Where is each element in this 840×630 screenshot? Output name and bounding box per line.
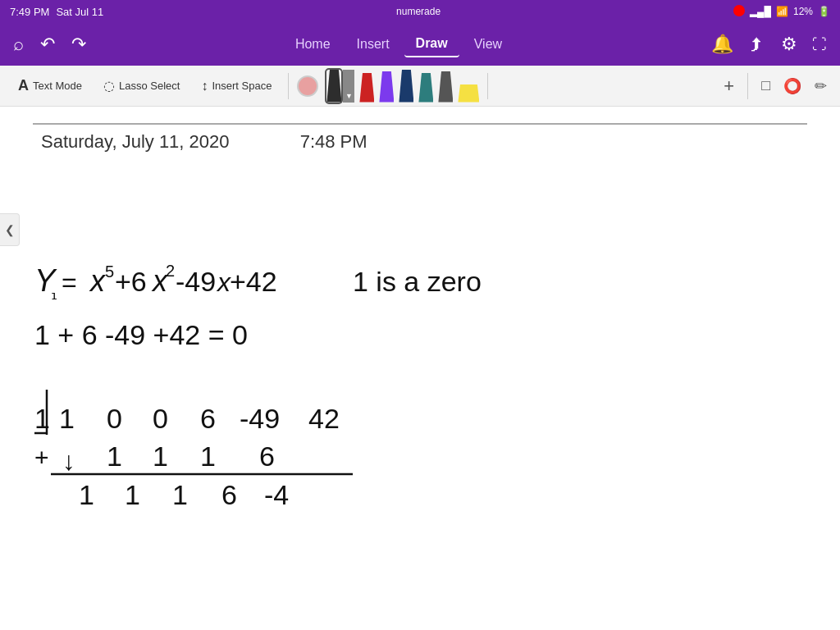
yellow-highlighter-button[interactable] bbox=[458, 84, 479, 103]
dark-blue-pen-button[interactable] bbox=[399, 70, 413, 103]
red-pen-button[interactable] bbox=[359, 73, 374, 103]
selection-button[interactable]: ⭕ bbox=[780, 74, 805, 98]
svg-text:1: 1 bbox=[153, 441, 168, 472]
bell-icon[interactable]: 🔔 bbox=[711, 34, 733, 55]
pen-dropdown-button[interactable]: ▼ bbox=[343, 70, 354, 103]
svg-text:1: 1 bbox=[79, 479, 94, 510]
settings-icon[interactable]: ⚙ bbox=[781, 34, 797, 55]
status-bar: 7:49 PM Sat Jul 11 numerade ▂▄█ 📶 12% 🔋 bbox=[0, 0, 840, 23]
lasso-select-button[interactable]: ◌ Lasso Select bbox=[95, 75, 188, 97]
svg-text:6: 6 bbox=[221, 479, 237, 510]
date-display: Sat Jul 11 bbox=[56, 6, 103, 18]
lasso-label: Lasso Select bbox=[119, 80, 180, 92]
handwriting-canvas: Y ₁ = x 5 +6 x 2 -49 x +42 1 is a zero 1… bbox=[0, 107, 840, 630]
toolbar-separator-3 bbox=[747, 73, 748, 99]
svg-text:42: 42 bbox=[308, 403, 340, 434]
svg-text:+42: +42 bbox=[230, 266, 277, 297]
sidebar-toggle[interactable]: ❮ bbox=[0, 213, 20, 246]
share-icon[interactable]: ⮭ bbox=[748, 34, 766, 55]
svg-text:1: 1 bbox=[125, 479, 140, 510]
battery-display: 12% bbox=[793, 6, 813, 17]
insert-space-button[interactable]: ↕ Insert Space bbox=[193, 75, 280, 97]
insert-space-label: Insert Space bbox=[212, 80, 272, 92]
undo-icon[interactable]: ↶ bbox=[40, 34, 55, 55]
svg-text:1: 1 bbox=[34, 403, 50, 434]
svg-text:6: 6 bbox=[200, 403, 216, 434]
black-pen-button[interactable] bbox=[326, 70, 341, 103]
svg-text:1: 1 bbox=[59, 403, 75, 434]
toolbar: A Text Mode ◌ Lasso Select ↕ Insert Spac… bbox=[0, 66, 840, 107]
time-display: 7:49 PM bbox=[10, 6, 49, 18]
text-mode-icon: A bbox=[18, 77, 29, 94]
eraser-button[interactable]: ✏ bbox=[811, 74, 830, 98]
purple-pen-button[interactable] bbox=[379, 71, 394, 103]
svg-text:1 + 6  -49  +42 = 0: 1 + 6 -49 +42 = 0 bbox=[34, 319, 248, 350]
svg-text:-49: -49 bbox=[176, 266, 216, 297]
svg-text:1: 1 bbox=[107, 441, 122, 472]
svg-text:=: = bbox=[62, 267, 77, 297]
toolbar-separator-2 bbox=[487, 73, 488, 99]
svg-text:₁: ₁ bbox=[51, 285, 57, 303]
text-mode-label: Text Mode bbox=[33, 80, 82, 92]
teal-pen-button[interactable] bbox=[418, 73, 433, 103]
redo-icon[interactable]: ↷ bbox=[71, 34, 86, 55]
search-icon[interactable]: ⌕ bbox=[13, 34, 24, 55]
wifi-icon: 📶 bbox=[776, 6, 788, 17]
signal-icon: ▂▄█ bbox=[750, 6, 771, 17]
gray-pen-button[interactable] bbox=[438, 71, 453, 103]
toolbar-separator-1 bbox=[288, 73, 289, 99]
tab-home[interactable]: Home bbox=[284, 32, 342, 57]
svg-text:-49: -49 bbox=[240, 403, 280, 434]
shapes-button[interactable]: □ bbox=[758, 74, 774, 98]
svg-text:x: x bbox=[89, 264, 107, 298]
svg-text:5: 5 bbox=[105, 262, 114, 281]
chevron-left-icon: ❮ bbox=[5, 223, 15, 236]
record-indicator bbox=[733, 5, 745, 19]
svg-text:1: 1 bbox=[200, 441, 216, 472]
svg-text:+6: +6 bbox=[115, 266, 147, 297]
svg-text:0: 0 bbox=[107, 403, 122, 434]
svg-text:+: + bbox=[34, 444, 49, 471]
add-tool-button[interactable]: + bbox=[720, 72, 737, 100]
nav-bar: ⌕ ↶ ↷ Home Insert Draw View 🔔 ⮭ ⚙ ⛶ bbox=[0, 23, 840, 66]
tab-insert[interactable]: Insert bbox=[345, 32, 401, 57]
svg-text:6: 6 bbox=[259, 441, 275, 472]
pen-tools: ▼ bbox=[326, 70, 479, 103]
tab-view[interactable]: View bbox=[463, 32, 514, 57]
insert-space-icon: ↕ bbox=[201, 79, 208, 94]
text-mode-button[interactable]: A Text Mode bbox=[10, 74, 90, 98]
battery-icon: 🔋 bbox=[818, 6, 830, 17]
lasso-icon: ◌ bbox=[103, 78, 115, 94]
pink-color-swatch[interactable] bbox=[297, 75, 318, 97]
svg-text:-4: -4 bbox=[264, 479, 289, 510]
tab-draw[interactable]: Draw bbox=[404, 31, 459, 57]
expand-icon[interactable]: ⛶ bbox=[812, 36, 827, 53]
svg-text:0: 0 bbox=[153, 403, 168, 434]
color-swatch-button[interactable] bbox=[297, 75, 318, 97]
svg-text:1: 1 bbox=[172, 479, 188, 510]
svg-text:2: 2 bbox=[166, 262, 175, 280]
content-area: ❮ Saturday, July 11, 2020 7:48 PM Y ₁ = … bbox=[0, 107, 840, 630]
svg-text:1 is a zero: 1 is a zero bbox=[353, 266, 482, 297]
app-title: numerade bbox=[396, 6, 441, 17]
svg-text:↓: ↓ bbox=[62, 446, 75, 476]
